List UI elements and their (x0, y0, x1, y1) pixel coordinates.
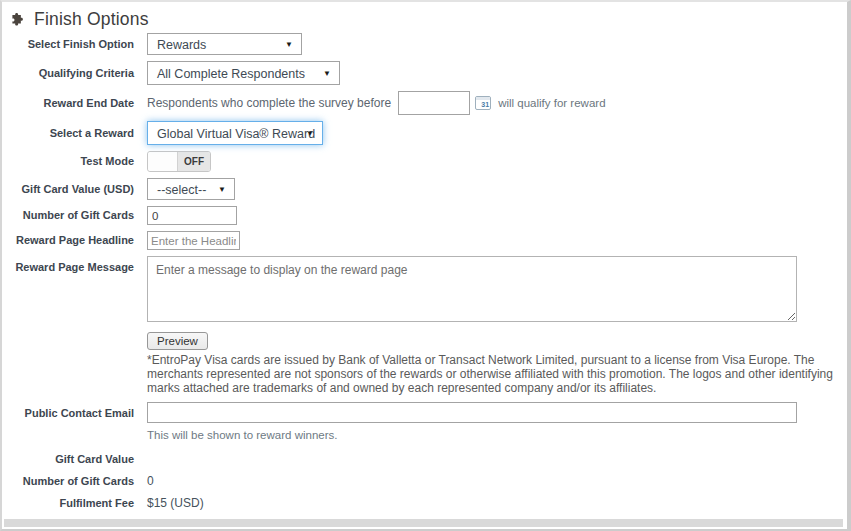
summary-number-of-gift-cards-row: Number of Gift Cards 0 (4, 474, 843, 488)
preview-button[interactable]: Preview (147, 332, 208, 350)
reward-end-date-input[interactable] (398, 91, 470, 115)
chevron-down-icon: ▼ (306, 122, 314, 146)
summary-gift-card-value-label: Gift Card Value (4, 453, 134, 466)
finish-options-panel: Finish Options Select Finish Option Rewa… (4, 4, 843, 519)
select-finish-option-dropdown[interactable]: Rewards ▼ (147, 33, 302, 55)
reward-end-date-prefix: Respondents who complete the survey befo… (147, 96, 391, 110)
row-select-finish-option: Select Finish Option Rewards ▼ (4, 33, 843, 55)
row-reward-page-headline: Reward Page Headline (4, 231, 843, 250)
summary-fulfilment-fee: $15 (USD) (147, 496, 204, 510)
reward-end-date-label: Reward End Date (4, 97, 134, 110)
page-frame: Finish Options Select Finish Option Rewa… (0, 0, 851, 531)
toggle-state-label: OFF (178, 152, 210, 171)
qualifying-criteria-label: Qualifying Criteria (4, 67, 134, 80)
number-of-gift-cards-input[interactable] (147, 206, 237, 225)
select-finish-option-label: Select Finish Option (4, 38, 134, 51)
select-a-reward-value: Global Virtual Visa® Reward (157, 127, 315, 141)
number-of-gift-cards-label: Number of Gift Cards (4, 209, 134, 222)
row-test-mode: Test Mode OFF (4, 151, 843, 172)
row-public-contact-email: Public Contact Email (4, 402, 843, 423)
bottom-gray-bar (4, 519, 843, 527)
reward-page-message-textarea[interactable] (147, 256, 797, 322)
gift-card-value-selected: --select-- (157, 183, 206, 197)
chevron-down-icon: ▼ (285, 34, 293, 56)
chevron-down-icon: ▼ (323, 62, 331, 86)
summary-fulfilment-fee-label: Fulfilment Fee (4, 497, 134, 510)
select-a-reward-dropdown[interactable]: Global Virtual Visa® Reward ▼ (147, 121, 323, 145)
charge-summary: Gift Card Value Number of Gift Cards 0 F… (4, 453, 843, 519)
public-contact-email-helper: This will be shown to reward winners. (147, 429, 843, 441)
qualifying-criteria-dropdown[interactable]: All Complete Respondents ▼ (147, 61, 340, 85)
test-mode-label: Test Mode (4, 155, 134, 168)
row-reward-end-date: Reward End Date Respondents who complete… (4, 91, 843, 115)
row-reward-page-message: Reward Page Message (4, 256, 843, 322)
row-qualifying-criteria: Qualifying Criteria All Complete Respond… (4, 61, 843, 85)
summary-number-of-gift-cards: 0 (147, 474, 154, 488)
calendar-day-number: 31 (481, 100, 489, 109)
page-title: Finish Options (34, 9, 149, 30)
qualifying-criteria-value: All Complete Respondents (157, 67, 305, 81)
reward-page-message-label: Reward Page Message (4, 256, 134, 274)
entropay-disclaimer: *EntroPay Visa cards are issued by Bank … (147, 353, 841, 395)
row-select-a-reward: Select a Reward Global Virtual Visa® Rew… (4, 121, 843, 145)
reward-page-headline-input[interactable] (147, 231, 240, 250)
row-number-of-gift-cards: Number of Gift Cards (4, 206, 843, 225)
summary-fulfilment-fee-row: Fulfilment Fee $15 (USD) (4, 496, 843, 510)
chevron-down-icon: ▼ (218, 179, 226, 201)
calendar-icon[interactable]: 31 (475, 96, 491, 110)
select-a-reward-label: Select a Reward (4, 127, 134, 140)
public-contact-email-input[interactable] (147, 402, 797, 423)
page-header: Finish Options (11, 9, 843, 30)
toggle-knob (148, 152, 178, 171)
puzzle-icon (11, 12, 26, 27)
reward-page-headline-label: Reward Page Headline (4, 234, 134, 247)
summary-gift-card-value-row: Gift Card Value (4, 453, 843, 466)
test-mode-toggle[interactable]: OFF (147, 151, 211, 172)
gift-card-value-dropdown[interactable]: --select-- ▼ (147, 178, 235, 200)
gift-card-value-label: Gift Card Value (USD) (4, 183, 134, 196)
select-finish-option-value: Rewards (157, 38, 206, 52)
row-gift-card-value: Gift Card Value (USD) --select-- ▼ (4, 178, 843, 200)
public-contact-email-label: Public Contact Email (4, 402, 134, 420)
summary-number-of-gift-cards-label: Number of Gift Cards (4, 475, 134, 488)
reward-end-date-suffix: will qualify for reward (498, 97, 605, 109)
